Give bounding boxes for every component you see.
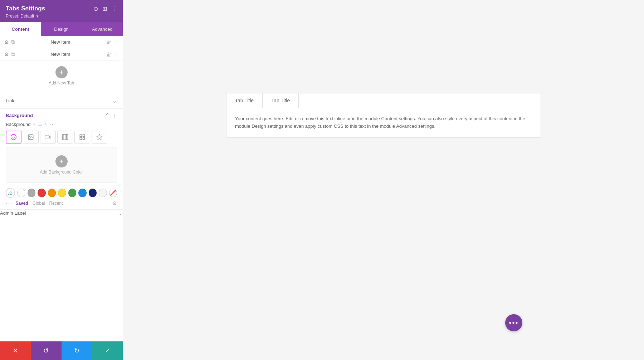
background-help-icon[interactable]: ? (33, 122, 35, 127)
sidebar: Tabs Settings ⊙ ⊞ ⋮ Preset: Default ▼ Co… (0, 0, 123, 360)
color-palette-row (6, 186, 117, 199)
item-1-more-icon[interactable]: ⋮ (113, 39, 118, 45)
undo-button[interactable]: ↺ (31, 341, 62, 360)
item-row-2: ⚙ ⧉ New Item 🗑 ⋮ (0, 48, 123, 60)
color-swatch-red[interactable] (38, 189, 45, 197)
background-sub-label: Background (6, 122, 30, 127)
background-collapse-icon[interactable]: ⌃ (105, 112, 109, 118)
more-options-icon[interactable]: ⋮ (111, 5, 117, 12)
bg-type-image-button[interactable] (23, 131, 39, 143)
palette-tabs-row: ··· Saved Global Recent ⚙ (6, 199, 117, 209)
item-row-1: ⚙ ⧉ New Item 🗑 ⋮ (0, 36, 123, 48)
add-background-color-label: Add Background Color (40, 170, 83, 175)
color-swatch-white[interactable] (17, 189, 25, 197)
background-title: Background (6, 113, 33, 118)
redo-button[interactable]: ↻ (62, 341, 92, 360)
redo-icon: ↻ (74, 347, 79, 355)
sidebar-tabs: Content Design Advanced (0, 22, 123, 36)
background-cursor-icon[interactable]: ↖ (44, 122, 48, 127)
background-section: Background ⌃ ⋮ Background ? ▭ ↖ ⋯ (0, 109, 123, 209)
svg-rect-11 (80, 138, 82, 140)
sidebar-header-icons: ⊙ ⊞ ⋮ (93, 5, 117, 12)
item-1-trash-icon[interactable]: 🗑 (106, 39, 111, 45)
preset-label[interactable]: Preset: Default ▼ (6, 14, 117, 19)
color-swatch-orange[interactable] (48, 189, 56, 197)
background-sub-header: Background ? ▭ ↖ ⋯ (6, 122, 117, 127)
item-2-gear-icon[interactable]: ⚙ (4, 52, 9, 57)
sidebar-header-top: Tabs Settings ⊙ ⊞ ⋮ (6, 5, 117, 12)
item-2-icons: ⚙ ⧉ (4, 51, 15, 57)
undo-icon: ↺ (43, 347, 49, 355)
save-button[interactable]: ✓ (92, 341, 123, 360)
item-1-actions: 🗑 ⋮ (106, 39, 118, 45)
preset-arrow-icon: ▼ (35, 14, 39, 18)
color-swatch-eraser[interactable] (109, 189, 117, 197)
cancel-icon: ✕ (13, 347, 18, 355)
add-background-color-area: + Add Background Color (6, 147, 117, 183)
bg-type-color-button[interactable] (6, 131, 21, 143)
add-new-tab-section: + Add New Tab (0, 60, 123, 93)
link-section-title: Link (6, 98, 14, 103)
floating-action-button[interactable]: ••• (505, 314, 522, 331)
background-label-row: Background ? ▭ ↖ ⋯ (6, 122, 55, 127)
tab-widget-tab-1[interactable]: Tab Title (226, 93, 263, 108)
color-swatch-blue-dark[interactable] (89, 189, 97, 197)
tab-widget-tab-2[interactable]: Tab Title (263, 93, 299, 108)
palette-settings-icon[interactable]: ⚙ (112, 200, 117, 206)
item-2-actions: 🗑 ⋮ (106, 52, 118, 57)
palette-tab-global[interactable]: Global (33, 201, 45, 206)
sidebar-content: ⚙ ⧉ New Item 🗑 ⋮ ⚙ ⧉ New Item 🗑 ⋮ + Add … (0, 36, 123, 360)
palette-tab-recent[interactable]: Recent (49, 201, 63, 206)
admin-label-chevron-icon: ⌄ (118, 210, 123, 217)
palette-pen-icon[interactable] (6, 188, 15, 198)
background-more-icon[interactable]: ⋮ (112, 113, 117, 118)
background-section-header: Background ⌃ ⋮ (6, 112, 117, 118)
svg-rect-9 (83, 135, 85, 136)
bg-type-video-button[interactable] (40, 131, 56, 143)
focus-mode-icon[interactable]: ⊙ (93, 5, 98, 12)
bg-type-mask-button[interactable] (92, 131, 107, 143)
tab-design[interactable]: Design (41, 22, 82, 36)
item-1-copy-icon[interactable]: ⧉ (11, 39, 15, 45)
admin-label-section-header[interactable]: Admin Label ⌄ (0, 210, 123, 217)
palette-tab-saved[interactable]: Saved (15, 201, 28, 206)
add-background-color-button[interactable]: + (55, 155, 68, 167)
link-section-header[interactable]: Link ⌄ (0, 93, 123, 108)
item-1-label: New Item (18, 39, 103, 45)
svg-point-1 (29, 136, 30, 136)
background-header-right: ⌃ ⋮ (105, 112, 117, 118)
add-new-tab-label: Add New Tab (49, 81, 74, 86)
tab-advanced[interactable]: Advanced (82, 22, 123, 36)
item-1-gear-icon[interactable]: ⚙ (4, 39, 9, 45)
background-type-buttons (6, 131, 117, 143)
fab-dots-icon: ••• (509, 319, 518, 327)
bottom-toolbar: ✕ ↺ ↻ ✓ (0, 341, 123, 360)
color-swatch-light-gray[interactable] (99, 189, 107, 197)
palette-tab-list: Saved Global Recent (15, 201, 63, 206)
link-chevron-icon: ⌄ (112, 97, 117, 104)
svg-rect-3 (45, 135, 49, 139)
item-2-trash-icon[interactable]: 🗑 (106, 52, 111, 57)
item-2-label: New Item (18, 52, 103, 57)
admin-label-title: Admin Label (0, 210, 26, 216)
cancel-button[interactable]: ✕ (0, 341, 31, 360)
add-new-tab-button[interactable]: + (55, 66, 68, 78)
item-2-more-icon[interactable]: ⋮ (113, 52, 118, 57)
color-swatch-yellow[interactable] (58, 189, 66, 197)
layout-icon[interactable]: ⊞ (102, 5, 107, 12)
sidebar-header: Tabs Settings ⊙ ⊞ ⋮ Preset: Default ▼ (0, 0, 123, 22)
tab-content[interactable]: Content (0, 22, 41, 36)
bg-type-pattern-button[interactable] (74, 131, 90, 143)
color-swatch-blue-light[interactable] (78, 189, 86, 197)
color-swatch-green[interactable] (68, 189, 76, 197)
main-content: Tab Title Tab Title Your content goes he… (123, 0, 644, 360)
tab-widget-content: Your content goes here. Edit or remove t… (226, 108, 541, 137)
background-dots-icon[interactable]: ⋯ (50, 122, 55, 127)
bg-type-gradient-button[interactable] (57, 131, 73, 143)
item-2-copy-icon[interactable]: ⧉ (11, 51, 15, 57)
item-1-icons: ⚙ ⧉ (4, 39, 15, 45)
background-mobile-icon[interactable]: ▭ (38, 122, 42, 127)
tab-widget-header: Tab Title Tab Title (226, 93, 541, 108)
palette-more-icon[interactable]: ··· (6, 200, 13, 206)
color-swatch-gray[interactable] (28, 189, 35, 197)
